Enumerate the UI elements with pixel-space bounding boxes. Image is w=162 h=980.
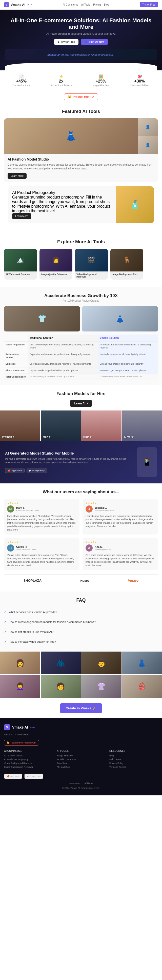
- gallery-item-8: 👙: [122, 675, 162, 698]
- footer-link-video-gen[interactable]: AI Video Generator: [57, 758, 105, 761]
- fashion-model-name: AI Fashion Model Studio: [8, 157, 154, 161]
- stat-image-icon: 🖼️: [92, 75, 109, 78]
- gallery-item-2: 🧥: [41, 652, 81, 675]
- testimonials-grid: ★★★★★ M Mark S. E-commerce Store Owner I…: [4, 499, 158, 571]
- row-logistics-vmake: Upload your product and generate instant…: [98, 361, 158, 368]
- logo-icon: V: [4, 2, 9, 7]
- fashion-silver[interactable]: Silver >: [122, 410, 162, 441]
- stat-efficiency: ⚡ 2x Production Efficiency: [51, 75, 72, 87]
- carlos-name: Carlos R.: [16, 546, 37, 548]
- nav-ai-commerce[interactable]: AI Commerce: [63, 3, 78, 6]
- watermark-remover-label: AI Watermark Remover: [4, 272, 37, 277]
- explore-card-img-bg[interactable]: 🪑 Image Background Re...: [110, 249, 143, 280]
- footer-affiliates[interactable]: Affiliates: [84, 782, 93, 785]
- explore-card-quality[interactable]: 👩 Image Quality Enhancer: [40, 249, 72, 280]
- row-total-traditional: ~ Approximately 8-10 weeks ~ Costs up to…: [28, 374, 98, 380]
- row-studio-vmake: No studio required — all done digitally …: [98, 351, 158, 361]
- footer-link-headshots[interactable]: AI Headshots: [57, 766, 105, 768]
- footer-link-fashion[interactable]: AI Fashion Models: [4, 754, 52, 757]
- featured-title: Featured AI Tools: [4, 103, 158, 118]
- footer-appstore-button[interactable]: 🍎 App Store: [4, 774, 22, 779]
- footer-app-buttons: 🍎 App Store ▶ Google Play: [4, 774, 158, 779]
- googleplay-label: Google Play: [32, 469, 44, 472]
- quality-enhancer-img: 👩: [40, 249, 72, 272]
- logo-text: Vmake AI: [11, 3, 25, 6]
- faq-item-3[interactable]: ✓ How to get credits to use Vmake AI?: [4, 627, 158, 636]
- footer-appstore-label: App Store: [10, 775, 19, 777]
- video-bg-remover-img: 🎬: [75, 249, 108, 272]
- table-row: Logistics Coordinate delivery, fittings …: [4, 361, 158, 368]
- footer-ph-icon: 🐱: [7, 741, 10, 744]
- hero-signup-button[interactable]: 👤 Sign Up Now: [81, 39, 108, 45]
- row-studio-label: Professional Studio: [4, 351, 28, 361]
- header-nav: AI Commerce AI Tools Pricing Blog: [63, 3, 109, 6]
- stat-efficiency-label: Production Efficiency: [51, 84, 72, 87]
- ana-avatar: A: [86, 544, 93, 552]
- after-photo: 👗: [82, 306, 158, 331]
- product-hunt-badge[interactable]: 🐱 Product Hunt ↗: [64, 94, 98, 100]
- row-talent-label: Talent Acquisition: [4, 341, 28, 351]
- testimonial-jessica: ★★★★★ J Jessica L. Fashion Brand Owner I…: [83, 499, 158, 535]
- explore-card-watermark[interactable]: 🏔️ AI Watermark Remover: [4, 249, 37, 280]
- hero-try-button[interactable]: ▶ Try for Free: [54, 39, 78, 45]
- nav-pricing[interactable]: Pricing: [93, 3, 101, 6]
- ana-user: A Ana S. Marketing Director: [86, 544, 155, 552]
- fashion-men[interactable]: Men >: [41, 410, 81, 441]
- create-in-vmake-button[interactable]: Create in Vmake 🚀: [60, 703, 103, 713]
- gallery-section: 👩 🧥 👨 👗 👩‍🦱 🧑 👚 👙 Create in Vmake 🚀: [0, 652, 162, 718]
- logo: V Vmake AI BETA: [4, 2, 32, 7]
- footer-link-enhancer[interactable]: Image Enhancer: [57, 754, 105, 757]
- footer-link-help[interactable]: Help Center: [110, 758, 158, 761]
- fashion-kids[interactable]: Kids >: [81, 410, 122, 441]
- product-photo-learn-more[interactable]: Learn More: [12, 213, 31, 219]
- stat-customer: 🎯 +30% Customer Clickbait: [130, 75, 149, 87]
- table-row: Professional Studio Expensive studio ren…: [4, 351, 158, 361]
- footer-googleplay-label: Google Play: [30, 775, 41, 777]
- footer-link-terms[interactable]: Terms of Service: [110, 766, 158, 768]
- googleplay-button[interactable]: ▶ Google Play: [27, 468, 47, 473]
- gallery-item-1: 👩: [0, 652, 40, 675]
- product-photo-content: AI Product Photography Generate stunning…: [8, 186, 116, 223]
- footer-link-privacy[interactable]: Privacy Policy: [110, 762, 158, 765]
- footer-ai-commerce: AI Commerce AI Fashion Models AI Product…: [4, 749, 52, 770]
- appstore-button[interactable]: 🍎 App Store: [5, 468, 25, 473]
- faq-question-4: How to increase video quality for free?: [9, 640, 56, 643]
- fashion-model-learn-more[interactable]: Learn More: [8, 173, 27, 179]
- try-free-header-button[interactable]: Try for Free: [140, 2, 158, 7]
- hero-subtitle: AI made product images and videos. Get y…: [5, 32, 157, 35]
- footer-logo-text: Vmake AI: [12, 725, 28, 729]
- footer-googleplay-button[interactable]: ▶ Google Play: [24, 774, 43, 779]
- faq-item-4[interactable]: ✓ How to increase video quality for free…: [4, 636, 158, 646]
- nav-blog[interactable]: Blog: [104, 3, 109, 6]
- fashion-men-label: Men >: [43, 435, 51, 438]
- mark-name: Mark S.: [16, 506, 40, 509]
- faq-item-2[interactable]: ✓ How to create AI-generated models for …: [4, 617, 158, 627]
- fashion-title: Fashion Models for Hire: [0, 391, 162, 396]
- mark-text: I was blown away by Vmake's AI backdrop.…: [7, 515, 76, 532]
- ana-name: Ana S.: [95, 546, 111, 548]
- apple-icon: 🍎: [8, 469, 11, 472]
- footer-link-img-bg[interactable]: Image Background Remover: [4, 766, 52, 768]
- fashion-section: Fashion Models for Hire Learn AI > Women…: [0, 385, 162, 441]
- nav-ai-tools[interactable]: AI Tools: [81, 3, 90, 6]
- row-turnaround-vmake: Minutes to get ready-to-use AI product p…: [98, 367, 158, 374]
- stat-efficiency-icon: ⚡: [51, 75, 72, 78]
- footer-link-faceswap[interactable]: Face Swap: [57, 762, 105, 765]
- faq-item-1[interactable]: ✓ What services does Vmake AI provide?: [4, 607, 158, 617]
- fashion-learn-ai-button[interactable]: Learn AI >: [70, 400, 92, 407]
- gallery-item-6: 🧑: [41, 675, 81, 698]
- product-hunt-section: 🐱 Product Hunt ↗: [0, 91, 162, 103]
- explore-scroll[interactable]: 🏔️ AI Watermark Remover 👩 Image Quality …: [0, 249, 162, 282]
- footer-ph-badge[interactable]: 🐱 Featured on ProductHunt: [4, 740, 39, 746]
- footer-get-started[interactable]: Get started: [69, 782, 81, 785]
- fashion-kids-label: Kids >: [83, 435, 92, 438]
- footer-link-blog[interactable]: Blog: [110, 754, 158, 757]
- fashion-model-img-main: 👗: [4, 118, 138, 154]
- fashion-women[interactable]: Women >: [0, 410, 40, 441]
- faq-arrow-3: ✓: [4, 630, 6, 633]
- explore-card-video-bg[interactable]: 🎬 Video Background Remover: [75, 249, 108, 280]
- stats-section: 📈 +45% Conversion Rate ⚡ 2x Production E…: [0, 70, 162, 91]
- table-header-vmake: Vmake Solution: [98, 334, 158, 342]
- footer-link-video-bg[interactable]: Video Background Remover: [4, 762, 52, 765]
- footer-link-product-photo[interactable]: AI Product Photography: [4, 758, 52, 761]
